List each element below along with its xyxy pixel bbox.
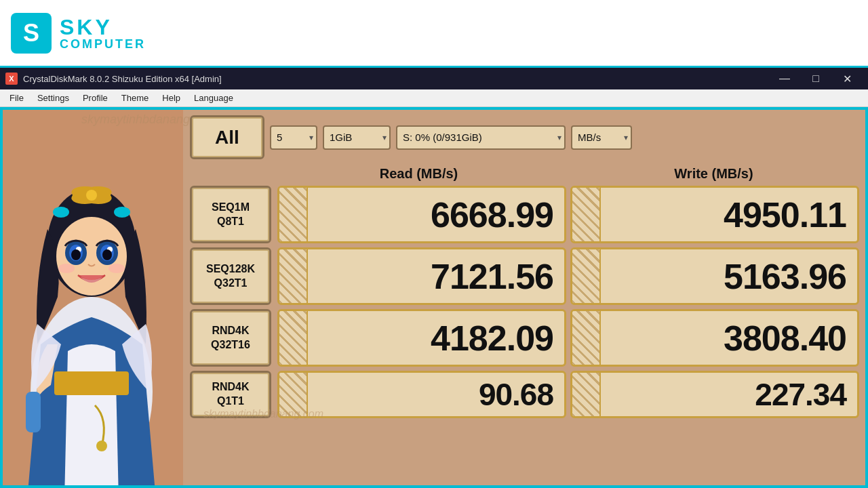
app-icon: X (5, 73, 18, 85)
logo-text: SKY COMPUTER (60, 16, 146, 50)
bench-label-0: SEQ1M Q8T1 (190, 186, 271, 243)
count-select-wrapper[interactable]: 1 3 5 9 (270, 125, 317, 150)
main-content: skymaytinhbdanang.com skymaytinhbdanang.… (0, 107, 868, 488)
bench-read-cell-3: 90.68 (277, 371, 566, 418)
bench-row-3: RND4K Q1T1 90.68 227.34 (190, 371, 861, 418)
size-select[interactable]: 512MiB 1GiB 2GiB 4GiB (323, 125, 391, 150)
drive-select-wrapper[interactable]: S: 0% (0/931GiB) (396, 125, 566, 150)
controls-row: All 1 3 5 9 512MiB 1GiB 2GiB 4GiB (190, 115, 861, 159)
svg-point-21 (108, 264, 125, 273)
bench-label-3: RND4K Q1T1 (190, 371, 271, 418)
maximize-button[interactable]: □ (800, 68, 831, 89)
bench-write-cell-1: 5163.96 (570, 247, 859, 305)
svg-point-8 (86, 190, 97, 201)
svg-point-9 (53, 207, 69, 218)
bench-read-value-1: 7121.56 (431, 256, 553, 297)
bench-read-value-3: 90.68 (479, 376, 553, 413)
bench-read-cell-0: 6668.99 (277, 186, 566, 243)
bench-row-2: RND4K Q32T16 4182.09 3808.40 (190, 309, 861, 367)
svg-point-23 (96, 441, 107, 451)
size-select-wrapper[interactable]: 512MiB 1GiB 2GiB 4GiB (323, 125, 391, 150)
bench-write-value-3: 227.34 (755, 376, 846, 413)
read-header: Read (MB/s) (271, 166, 566, 182)
bench-write-cell-3: 227.34 (570, 371, 859, 418)
bench-write-cell-0: 4950.11 (570, 186, 859, 243)
svg-point-20 (58, 264, 75, 273)
bench-write-value-0: 4950.11 (724, 195, 846, 235)
menu-item-help[interactable]: Help (155, 92, 187, 104)
bench-label-2: RND4K Q32T16 (190, 309, 271, 367)
logo-area: S SKY COMPUTER (11, 13, 146, 54)
benchmark-rows: SEQ1M Q8T1 6668.99 4950.11 SEQ128K Q32T1… (190, 186, 861, 418)
svg-point-18 (71, 249, 81, 260)
benchmark-ui: All 1 3 5 9 512MiB 1GiB 2GiB 4GiB (183, 107, 868, 488)
bench-write-value-1: 5163.96 (724, 256, 846, 297)
bench-row-0: SEQ1M Q8T1 6668.99 4950.11 (190, 186, 861, 243)
unit-select[interactable]: MB/s GB/s IOPS μs (571, 125, 632, 150)
menubar: FileSettingsProfileThemeHelpLanguage (0, 89, 868, 107)
close-button[interactable]: ✕ (831, 68, 863, 89)
minimize-button[interactable]: — (769, 68, 800, 89)
bench-row-1: SEQ128K Q32T1 7121.56 5163.96 (190, 247, 861, 305)
svg-text:S: S (23, 18, 39, 46)
bench-read-value-2: 4182.09 (431, 318, 553, 359)
anime-character-bg (0, 107, 183, 488)
drive-select[interactable]: S: 0% (0/931GiB) (396, 125, 566, 150)
logo-icon: S (11, 13, 52, 54)
menu-item-profile[interactable]: Profile (76, 92, 115, 104)
svg-point-19 (102, 249, 112, 260)
bench-label-1: SEQ128K Q32T1 (190, 247, 271, 305)
menu-item-settings[interactable]: Settings (31, 92, 76, 104)
bench-read-cell-2: 4182.09 (277, 309, 566, 367)
bench-read-cell-1: 7121.56 (277, 247, 566, 305)
titlebar: X CrystalDiskMark 8.0.2 Shizuku Edition … (0, 68, 868, 89)
svg-rect-22 (26, 392, 41, 432)
svg-point-10 (114, 207, 130, 218)
bench-read-value-0: 6668.99 (431, 195, 553, 235)
titlebar-controls: — □ ✕ (769, 68, 863, 89)
all-button[interactable]: All (190, 115, 264, 159)
write-header: Write (MB/s) (566, 166, 861, 182)
unit-select-wrapper[interactable]: MB/s GB/s IOPS μs (571, 125, 632, 150)
titlebar-title: CrystalDiskMark 8.0.2 Shizuku Edition x6… (23, 74, 769, 84)
logo-sky-text: SKY (60, 16, 146, 38)
anime-character-svg (0, 107, 183, 488)
bench-write-cell-2: 3808.40 (570, 309, 859, 367)
column-headers: Read (MB/s) Write (MB/s) (190, 166, 861, 182)
menu-item-language[interactable]: Language (187, 92, 240, 104)
menu-item-file[interactable]: File (3, 92, 31, 104)
bench-write-value-2: 3808.40 (724, 318, 846, 359)
svg-rect-4 (54, 371, 129, 395)
logo-computer-text: COMPUTER (60, 38, 146, 50)
menu-item-theme[interactable]: Theme (115, 92, 155, 104)
count-select[interactable]: 1 3 5 9 (270, 125, 317, 150)
header: S SKY COMPUTER (0, 0, 868, 68)
